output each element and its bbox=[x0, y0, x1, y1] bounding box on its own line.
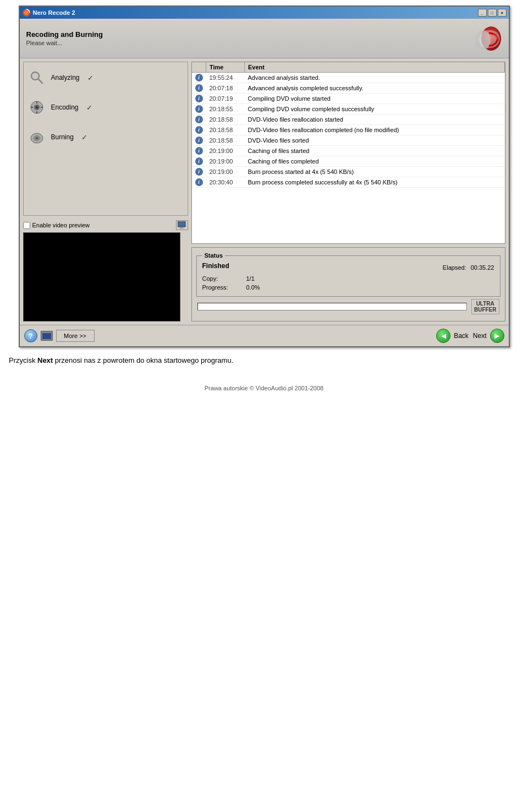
video-preview-screen bbox=[23, 232, 180, 321]
close-button[interactable]: × bbox=[498, 9, 507, 17]
back-arrow-icon: ◀ bbox=[441, 332, 446, 340]
burning-icon bbox=[28, 128, 46, 146]
ultra-buffer-logo: ultra buffer bbox=[471, 299, 499, 314]
step-encoding-check: ✓ bbox=[86, 103, 92, 112]
application-window: Nero Recode 2 _ □ × Recoding and Burning… bbox=[19, 6, 510, 347]
step-burning: Burning ✓ bbox=[28, 128, 183, 146]
enable-preview-checkbox-area[interactable]: Enable video preview bbox=[23, 222, 90, 229]
log-row-icon: i bbox=[192, 135, 206, 146]
log-row-event: Advanced analysis started. bbox=[245, 73, 505, 83]
log-row-icon: i bbox=[192, 94, 206, 104]
right-panel: Time Event i19:55:24Advanced analysis st… bbox=[191, 62, 505, 321]
step-analyzing: Analyzing ✓ bbox=[28, 69, 183, 86]
window-content: Analyzing ✓ bbox=[20, 58, 509, 325]
preview-screen-button[interactable] bbox=[176, 220, 188, 230]
enable-preview-label: Enable video preview bbox=[32, 222, 90, 228]
page-footer: Prawa autorskie © VideoAudio.pl 2001-200… bbox=[0, 374, 528, 397]
elapsed-label: Elapsed: bbox=[443, 264, 466, 271]
log-row-icon: i bbox=[192, 115, 206, 125]
status-panel: Status Finished Elapsed: 00:35.22 Copy: … bbox=[191, 247, 505, 321]
svg-rect-17 bbox=[178, 221, 185, 227]
log-table-row: i20:07:19Compiling DVD volume started bbox=[192, 94, 505, 104]
svg-rect-19 bbox=[179, 228, 184, 228]
header-subtitle: Please wait... bbox=[26, 40, 103, 46]
log-row-icon: i bbox=[192, 73, 206, 83]
log-table-header: Time Event bbox=[192, 62, 505, 73]
log-row-icon: i bbox=[192, 167, 206, 177]
log-row-event: Caching of files started bbox=[245, 146, 505, 156]
window-header: Recoding and Burning Please wait... bbox=[20, 19, 509, 58]
status-finished-row: Finished Elapsed: 00:35.22 bbox=[202, 262, 494, 273]
below-text-bold: Next bbox=[37, 356, 53, 364]
log-row-icon: i bbox=[192, 146, 206, 156]
log-row-event: DVD-Video files reallocation started bbox=[245, 115, 505, 125]
log-row-icon: i bbox=[192, 125, 206, 135]
below-text-suffix: przenosi nas z powrotem do okna startowe… bbox=[53, 356, 233, 364]
log-row-time: 20:18:58 bbox=[206, 135, 245, 146]
svg-point-1 bbox=[24, 10, 29, 15]
log-row-time: 20:07:19 bbox=[206, 94, 245, 104]
log-row-icon: i bbox=[192, 83, 206, 94]
ultra-text: ultra bbox=[474, 301, 497, 307]
header-title: Recoding and Burning bbox=[26, 30, 103, 39]
log-row-icon: i bbox=[192, 177, 206, 188]
step-analyzing-label: Analyzing bbox=[51, 74, 80, 81]
footer-text: Prawa autorskie © VideoAudio.pl 2001-200… bbox=[205, 385, 323, 391]
log-row-icon: i bbox=[192, 104, 206, 115]
status-copy-row: Copy: 1/1 bbox=[202, 275, 494, 282]
log-table-row: i20:18:58DVD-Video files reallocation co… bbox=[192, 125, 505, 135]
title-bar: Nero Recode 2 _ □ × bbox=[20, 7, 509, 19]
elapsed-value: 00:35.22 bbox=[471, 264, 494, 271]
log-table-row: i20:18:58DVD-Video files sorted bbox=[192, 135, 505, 146]
progress-area: ultra buffer bbox=[196, 297, 501, 317]
maximize-button[interactable]: □ bbox=[488, 9, 497, 17]
log-table: Time Event i19:55:24Advanced analysis st… bbox=[192, 62, 505, 188]
log-table-row: i20:18:55Compiling DVD volume completed … bbox=[192, 104, 505, 115]
encoding-icon bbox=[28, 99, 46, 116]
status-legend: Status bbox=[202, 252, 226, 259]
svg-point-16 bbox=[36, 137, 38, 139]
log-table-row: i20:07:18Advanced analysis completed suc… bbox=[192, 83, 505, 94]
log-table-row: i19:55:24Advanced analysis started. bbox=[192, 73, 505, 83]
minimize-button[interactable]: _ bbox=[478, 9, 487, 17]
step-encoding-label: Encoding bbox=[51, 103, 79, 111]
help-icon: ? bbox=[29, 332, 33, 340]
buffer-text: buffer bbox=[474, 307, 497, 313]
col-time: Time bbox=[206, 62, 245, 73]
back-button[interactable]: ◀ Back bbox=[436, 329, 469, 343]
steps-panel: Analyzing ✓ bbox=[23, 62, 188, 216]
log-table-row: i20:30:40Burn process completed successf… bbox=[192, 177, 505, 188]
log-panel: Time Event i19:55:24Advanced analysis st… bbox=[191, 62, 505, 244]
log-row-event: DVD-Video files sorted bbox=[245, 135, 505, 146]
monitor-icon[interactable] bbox=[41, 331, 53, 341]
below-text: Przycisk Next przenosi nas z powrotem do… bbox=[0, 347, 528, 374]
next-button-label: Next bbox=[473, 332, 487, 340]
status-fieldset: Status Finished Elapsed: 00:35.22 Copy: … bbox=[196, 252, 501, 297]
step-burning-check: ✓ bbox=[81, 133, 87, 141]
log-row-event: Advanced analysis completed successfully… bbox=[245, 83, 505, 94]
log-row-time: 20:18:58 bbox=[206, 115, 245, 125]
enable-preview-checkbox[interactable] bbox=[23, 222, 30, 229]
next-green-circle: ▶ bbox=[490, 329, 504, 343]
log-row-time: 20:30:40 bbox=[206, 177, 245, 188]
log-row-event: Burn process completed successfully at 4… bbox=[245, 177, 505, 188]
video-preview-section: Enable video preview bbox=[23, 218, 188, 321]
next-button[interactable]: Next ▶ bbox=[473, 329, 504, 343]
log-row-event: Compiling DVD volume completed successfu… bbox=[245, 104, 505, 115]
bottom-left-buttons: ? More >> bbox=[24, 329, 95, 342]
log-table-row: i20:19:00Caching of files completed bbox=[192, 156, 505, 167]
log-row-event: Caching of files completed bbox=[245, 156, 505, 167]
log-row-time: 20:07:18 bbox=[206, 83, 245, 94]
svg-rect-18 bbox=[180, 227, 183, 228]
help-button[interactable]: ? bbox=[24, 329, 37, 342]
log-table-row: i20:19:00Caching of files started bbox=[192, 146, 505, 156]
analyzing-icon bbox=[28, 69, 46, 86]
more-button-label: More >> bbox=[64, 333, 86, 339]
status-progress-row: Progress: 0.0% bbox=[202, 284, 494, 291]
left-panel: Analyzing ✓ bbox=[23, 62, 188, 321]
back-button-label: Back bbox=[454, 332, 469, 340]
more-button[interactable]: More >> bbox=[56, 330, 95, 342]
below-text-prefix: Przycisk bbox=[9, 356, 37, 364]
svg-point-6 bbox=[33, 74, 37, 78]
next-arrow-icon: ▶ bbox=[494, 332, 499, 340]
